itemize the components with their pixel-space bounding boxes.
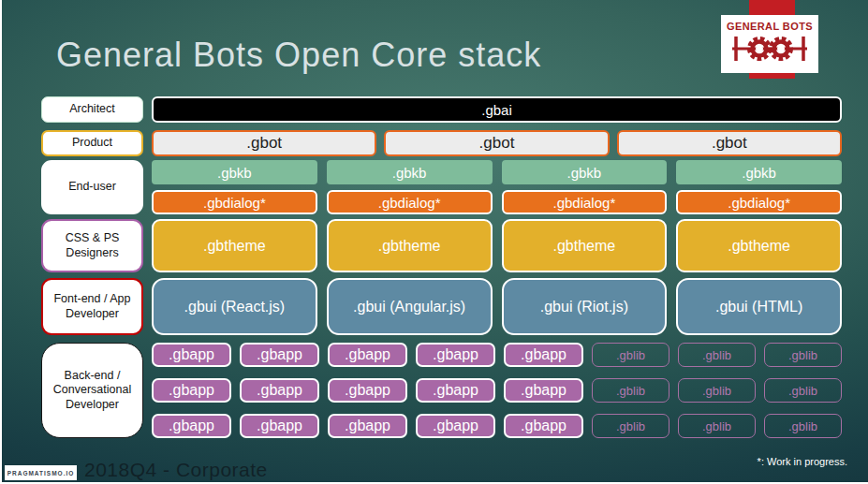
stack-box-gbdialog: .gbdialog* xyxy=(152,190,317,214)
band-row: .gbdialog*.gbdialog*.gbdialog*.gbdialog* xyxy=(152,190,842,214)
stack-diagram: Architect.gbaiProduct.gbot.gbot.gbotEnd-… xyxy=(41,96,842,438)
stack-row-frontend: Font-end / App Developer.gbui (React.js)… xyxy=(41,278,842,335)
stack-box-gbapp: .gbapp xyxy=(328,343,407,367)
row-label-end-user: End-user xyxy=(41,160,143,214)
stack-box-gblib: .gblib xyxy=(678,378,756,403)
row-label-architect: Architect xyxy=(41,96,143,123)
stack-box-gbapp: .gbapp xyxy=(504,414,583,438)
stack-box-gbapp: .gbapp xyxy=(504,343,583,367)
stack-row-backend: Back-end / Conversational Developer.gbap… xyxy=(41,343,842,438)
stack-box-gbdialog: .gbdialog* xyxy=(327,190,493,214)
stack-box-gbapp: .gbapp xyxy=(504,378,583,403)
stack-box-gbapp: .gbapp xyxy=(416,343,495,367)
stack-box-gbai: .gbai xyxy=(152,96,842,123)
stack-box-gbkb: .gbkb xyxy=(676,160,842,184)
logo-brand-text: GENERAL BOTS xyxy=(727,21,813,32)
stack-box-gbui: .gbui (React.js) xyxy=(152,278,317,335)
stack-box-gbtheme: .gbtheme xyxy=(676,219,842,272)
band-row: .gbapp.gbapp.gbapp.gbapp.gbapp.gblib.gbl… xyxy=(152,378,842,403)
stack-box-gblib: .gblib xyxy=(764,343,842,367)
stack-box-gblib: .gblib xyxy=(678,414,756,438)
band-row: .gbapp.gbapp.gbapp.gbapp.gbapp.gblib.gbl… xyxy=(152,343,842,367)
row-label-backend: Back-end / Conversational Developer xyxy=(41,343,143,438)
row-bands: .gbai xyxy=(152,96,842,123)
stack-row-architect: Architect.gbai xyxy=(41,96,842,123)
page-title: General Bots Open Core stack xyxy=(56,36,541,75)
stack-box-gbui: .gbui (HTML) xyxy=(676,278,842,335)
stack-box-gblib: .gblib xyxy=(678,343,756,367)
band-row: .gbapp.gbapp.gbapp.gbapp.gbapp.gblib.gbl… xyxy=(152,414,842,438)
stack-box-gbdialog: .gbdialog* xyxy=(502,190,668,214)
stack-box-gbapp: .gbapp xyxy=(152,343,231,367)
stack-row-product: Product.gbot.gbot.gbot xyxy=(41,130,842,156)
stack-box-gbot: .gbot xyxy=(384,130,609,156)
work-in-progress-note: *: Work in progress. xyxy=(758,456,847,467)
row-label-designers: CSS & PS Designers xyxy=(41,219,143,272)
row-bands: .gbapp.gbapp.gbapp.gbapp.gbapp.gblib.gbl… xyxy=(152,343,842,438)
gears-icon xyxy=(728,33,811,68)
stack-row-designers: CSS & PS Designers.gbtheme.gbtheme.gbthe… xyxy=(41,219,842,272)
row-bands: .gbkb.gbkb.gbkb.gbkb.gbdialog*.gbdialog*… xyxy=(152,160,842,214)
stack-box-gblib: .gblib xyxy=(592,414,669,438)
stack-box-gbapp: .gbapp xyxy=(328,378,407,403)
band-row: .gbkb.gbkb.gbkb.gbkb xyxy=(152,160,842,184)
stack-box-gbapp: .gbapp xyxy=(240,343,319,367)
stack-box-gbdialog: .gbdialog* xyxy=(676,190,842,214)
row-bands: .gbtheme.gbtheme.gbtheme.gbtheme xyxy=(152,219,842,272)
stack-box-gbapp: .gbapp xyxy=(328,414,407,438)
band-row: .gbui (React.js).gbui (Angular.js).gbui … xyxy=(152,278,842,335)
stack-box-gbkb: .gbkb xyxy=(152,160,317,184)
stack-box-gblib: .gblib xyxy=(764,414,842,438)
stack-box-gbtheme: .gbtheme xyxy=(152,219,317,272)
stack-row-end-user: End-user.gbkb.gbkb.gbkb.gbkb.gbdialog*.g… xyxy=(41,160,842,214)
stack-box-gblib: .gblib xyxy=(592,343,669,367)
footer-caption: 2018Q4 - Corporate xyxy=(84,459,268,481)
stack-box-gbapp: .gbapp xyxy=(152,378,231,403)
slide: General Bots Open Core stack GENERAL BOT… xyxy=(0,0,868,484)
stack-box-gbapp: .gbapp xyxy=(240,378,319,403)
row-bands: .gbot.gbot.gbot xyxy=(152,130,842,156)
stack-box-gbapp: .gbapp xyxy=(416,378,495,403)
stack-box-gbui: .gbui (Riot.js) xyxy=(502,278,668,335)
band-row: .gbot.gbot.gbot xyxy=(152,130,842,156)
row-label-frontend: Font-end / App Developer xyxy=(41,278,143,335)
stack-box-gbtheme: .gbtheme xyxy=(502,219,668,272)
stack-box-gblib: .gblib xyxy=(592,378,669,403)
stack-box-gbkb: .gbkb xyxy=(502,160,668,184)
general-bots-logo: GENERAL BOTS xyxy=(721,15,818,73)
row-bands: .gbui (React.js).gbui (Angular.js).gbui … xyxy=(152,278,842,335)
stack-box-gbapp: .gbapp xyxy=(240,414,319,438)
band-row: .gbai xyxy=(152,96,842,123)
stack-box-gblib: .gblib xyxy=(764,378,842,403)
row-label-product: Product xyxy=(41,130,143,156)
pragmatismo-logo: PRAGMATISMO.IO xyxy=(5,465,77,480)
stack-box-gbot: .gbot xyxy=(617,130,842,156)
stack-box-gbkb: .gbkb xyxy=(327,160,493,184)
stack-box-gbapp: .gbapp xyxy=(152,414,231,438)
band-row: .gbtheme.gbtheme.gbtheme.gbtheme xyxy=(152,219,842,272)
stack-box-gbui: .gbui (Angular.js) xyxy=(327,278,493,335)
stack-box-gbapp: .gbapp xyxy=(416,414,495,438)
stack-box-gbtheme: .gbtheme xyxy=(327,219,493,272)
stack-box-gbot: .gbot xyxy=(152,130,376,156)
